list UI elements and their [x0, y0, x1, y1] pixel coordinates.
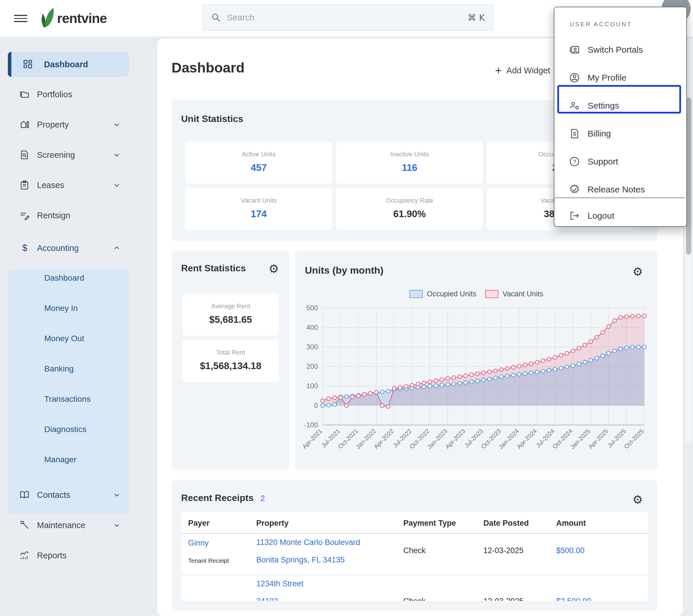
legend-occupied-units[interactable]: Occupied Units — [410, 290, 476, 298]
sidebar-item-reports[interactable]: Reports — [8, 543, 129, 568]
menu-item-label: Support — [588, 157, 618, 166]
sidebar: Dashboard Portfolios Property Screening — [0, 36, 147, 616]
billing-icon: $ — [569, 128, 580, 139]
stat-tile-average-rent: Average Rent $5,681.65 — [182, 294, 279, 336]
badge-check-icon — [569, 184, 580, 195]
column-header-payer[interactable]: Payer — [188, 519, 210, 528]
svg-text:100: 100 — [306, 382, 318, 390]
amount-link[interactable]: $2,500.00 — [556, 597, 591, 601]
sidebar-item-maintenance[interactable]: Maintenance — [8, 513, 129, 538]
clipboard-icon — [20, 180, 29, 190]
sidebar-item-portfolios[interactable]: Portfolios — [8, 82, 129, 107]
search-input[interactable]: Search ⌘ K — [202, 4, 494, 31]
leaf-icon — [38, 8, 55, 29]
sidebar-subitem-label: Transactions — [44, 395, 91, 404]
sidebar-subitem-money-in[interactable]: Money In — [8, 297, 129, 320]
column-header-amount[interactable]: Amount — [556, 519, 586, 528]
legend-label: Vacant Units — [502, 290, 543, 298]
chevron-down-icon — [113, 521, 121, 529]
table-header-divider — [181, 533, 648, 534]
sidebar-item-contacts[interactable]: Contacts — [8, 482, 129, 508]
logo-text: rentvine — [57, 11, 107, 26]
user-account-menu: USER ACCOUNT Switch Portals My Profile — [554, 7, 687, 227]
menu-item-release-notes[interactable]: Release Notes — [554, 176, 686, 203]
sidebar-item-dashboard[interactable]: Dashboard — [8, 52, 129, 77]
svg-text:400: 400 — [306, 323, 318, 331]
stat-tile-vacant-units: Vacant Units 174 — [185, 188, 332, 230]
stat-tile-total-rent: Total Rent $1,568,134.18 — [182, 340, 279, 382]
sidebar-subitem-accounting-dashboard[interactable]: Dashboard — [8, 266, 129, 290]
chevron-down-icon — [113, 151, 121, 159]
column-header-date-posted[interactable]: Date Posted — [483, 519, 529, 528]
chevron-down-icon — [113, 121, 121, 129]
hamburger-menu-icon[interactable] — [14, 13, 27, 23]
property-link-line2[interactable]: 34102 — [256, 597, 278, 601]
document-search-icon — [20, 150, 29, 160]
stat-label: Total Rent — [182, 349, 279, 356]
page-title: Dashboard — [172, 60, 244, 76]
property-link-line1[interactable]: 1234th Street — [256, 579, 303, 588]
sidebar-item-screening[interactable]: Screening — [8, 142, 129, 167]
payer-type-label: Tenant Receipt — [188, 557, 229, 564]
menu-item-logout[interactable]: Logout — [554, 202, 686, 230]
svg-text:Apr-2025: Apr-2025 — [587, 428, 610, 450]
sidebar-item-label: Portfolios — [37, 90, 129, 99]
sidebar-subitem-money-out[interactable]: Money Out — [8, 327, 129, 350]
menu-item-support[interactable]: ? Support — [554, 147, 686, 176]
legend-label: Occupied Units — [427, 290, 476, 298]
add-widget-button[interactable]: + Add Widget — [495, 65, 550, 76]
chart-legend: Occupied Units Vacant Units — [295, 290, 657, 298]
legend-vacant-units[interactable]: Vacant Units — [485, 290, 543, 298]
receipts-count-badge: 2 — [260, 494, 265, 503]
payment-type-cell: Check — [403, 546, 426, 555]
property-link-line1[interactable]: 11320 Monte Carlo Boulevard — [256, 538, 360, 547]
sidebar-subitem-manager[interactable]: Manager — [8, 448, 129, 471]
rent-statistics-card: Rent Statistics ⚙ Average Rent $5,681.65… — [172, 251, 290, 470]
sidebar-subitem-banking[interactable]: Banking — [8, 357, 129, 380]
chevron-down-icon — [113, 491, 121, 499]
units-by-month-card: Units (by month) ⚙ 5004003002001000-100A… — [295, 251, 657, 470]
property-link-line2[interactable]: Bonita Springs, FL 34135 — [256, 555, 345, 564]
svg-text:0: 0 — [314, 401, 318, 409]
menu-item-switch-portals[interactable]: Switch Portals — [554, 36, 686, 64]
sidebar-item-label: Screening — [37, 150, 113, 160]
date-posted-cell: 12-03-2025 — [483, 597, 523, 601]
house-icon — [20, 120, 29, 130]
sidebar-item-accounting[interactable]: $ Accounting — [8, 236, 129, 261]
table-row-divider — [181, 575, 648, 575]
amount-link[interactable]: $500.00 — [556, 546, 585, 555]
dollar-icon: $ — [20, 243, 29, 253]
sidebar-item-label: Accounting — [37, 243, 113, 253]
column-header-property[interactable]: Property — [256, 519, 289, 528]
stat-tile-occupancy-rate: Occupancy Rate 61.90% — [336, 188, 483, 230]
stat-value: 61.90% — [336, 208, 483, 219]
stat-value: 116 — [336, 162, 483, 173]
stat-label: Vacant Units — [185, 197, 332, 204]
dashboard-grid-icon — [23, 59, 33, 69]
search-placeholder: Search — [227, 13, 468, 22]
sidebar-subitem-transactions[interactable]: Transactions — [8, 388, 129, 411]
recent-receipts-gear-icon[interactable]: ⚙ — [632, 494, 643, 505]
sidebar-item-property[interactable]: Property — [8, 112, 129, 137]
menu-item-billing[interactable]: $ Billing — [554, 120, 686, 147]
sidebar-subitem-diagnostics[interactable]: Diagnostics — [8, 418, 129, 441]
svg-text:Apr-2024: Apr-2024 — [515, 428, 538, 450]
menu-item-settings[interactable]: Settings — [554, 92, 686, 120]
wrench-icon — [20, 520, 29, 530]
recent-receipts-title: Recent Receipts 2 — [181, 493, 265, 503]
help-icon: ? — [569, 156, 580, 167]
payment-type-cell: Check — [403, 597, 426, 601]
column-header-payment-type[interactable]: Payment Type — [403, 519, 456, 528]
sidebar-item-label: Maintenance — [37, 520, 113, 530]
svg-text:Apr-2021: Apr-2021 — [301, 428, 323, 450]
sidebar-item-rentsign[interactable]: Rentsign — [8, 203, 129, 228]
sidebar-subitem-label: Money Out — [44, 334, 84, 343]
payer-link[interactable]: Ginny — [188, 539, 209, 548]
stat-label: Occupancy Rate — [336, 197, 483, 204]
sidebar-item-leases[interactable]: Leases — [8, 173, 129, 198]
menu-item-label: Billing — [588, 129, 611, 139]
rentvine-logo[interactable]: rentvine — [38, 5, 107, 32]
svg-text:Oct-2025: Oct-2025 — [622, 428, 645, 450]
rent-statistics-gear-icon[interactable]: ⚙ — [269, 263, 279, 275]
svg-text:500: 500 — [306, 304, 318, 312]
